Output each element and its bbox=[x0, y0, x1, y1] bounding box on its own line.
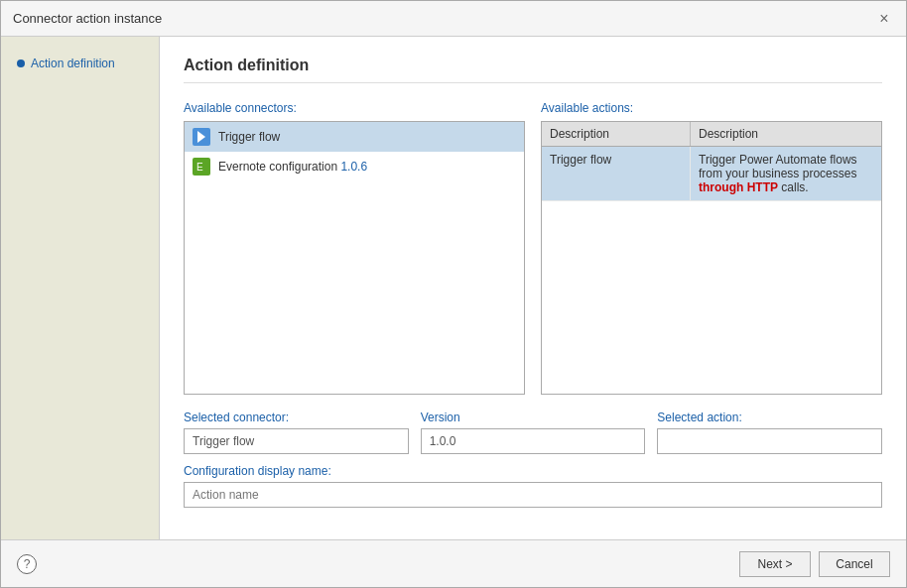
svg-text:E: E bbox=[196, 162, 203, 173]
close-button[interactable]: × bbox=[874, 9, 894, 29]
actions-label: Available actions: bbox=[541, 101, 882, 115]
sidebar-item-action-definition[interactable]: Action definition bbox=[11, 53, 149, 74]
selected-connector-input[interactable] bbox=[184, 428, 409, 454]
selected-connector-label: Selected connector: bbox=[184, 411, 409, 424]
footer-left: ? bbox=[17, 554, 37, 574]
version-group: Version bbox=[421, 411, 646, 454]
cancel-button[interactable]: Cancel bbox=[819, 551, 890, 577]
action-row-trigger-flow[interactable]: Trigger flow Trigger Power Automate flow… bbox=[542, 147, 881, 201]
sidebar-item-label: Action definition bbox=[31, 57, 115, 70]
dialog-title: Connector action instance bbox=[13, 11, 162, 26]
svg-marker-0 bbox=[197, 131, 205, 143]
connectors-panel: Available connectors: Trigger flow bbox=[184, 101, 525, 395]
action-name-cell: Trigger flow bbox=[542, 147, 691, 200]
connectors-area: Available connectors: Trigger flow bbox=[184, 101, 882, 395]
titlebar: Connector action instance × bbox=[1, 1, 906, 37]
evernote-icon: E bbox=[193, 158, 210, 176]
trigger-flow-icon bbox=[193, 128, 210, 146]
actions-panel: Available actions: Description Descripti… bbox=[541, 101, 882, 395]
fields-row-top: Selected connector: Version Selected act… bbox=[184, 411, 882, 454]
dialog-body: Action definition Action definition Avai… bbox=[1, 37, 906, 539]
action-description-cell: Trigger Power Automate flows from your b… bbox=[691, 147, 881, 200]
help-button[interactable]: ? bbox=[17, 554, 37, 574]
actions-table-header: Description Description bbox=[542, 122, 881, 147]
config-name-label: Configuration display name: bbox=[184, 464, 882, 478]
dialog-footer: ? Next > Cancel bbox=[1, 539, 906, 587]
col-header-name: Description bbox=[542, 122, 691, 146]
http-text: through HTTP bbox=[699, 180, 778, 194]
evernote-label-plain: Evernote configuration 1.0.6 bbox=[218, 160, 367, 174]
connector-item-evernote[interactable]: E Evernote configuration 1.0.6 bbox=[185, 152, 524, 181]
selected-action-input[interactable] bbox=[657, 428, 882, 454]
action-description-text: Trigger Power Automate flows from your b… bbox=[699, 153, 857, 194]
main-content: Action definition Available connectors: bbox=[160, 37, 906, 539]
col-header-description: Description bbox=[691, 122, 881, 146]
action-name-label: Trigger flow bbox=[550, 153, 611, 167]
evernote-version-link[interactable]: 1.0.6 bbox=[340, 160, 367, 174]
selected-action-label: Selected action: bbox=[657, 411, 882, 424]
actions-table: Description Description Trigger flow Tri… bbox=[541, 121, 882, 395]
selected-connector-group: Selected connector: bbox=[184, 411, 409, 454]
config-name-group: Configuration display name: bbox=[184, 464, 882, 508]
version-label: Version bbox=[421, 411, 646, 424]
connector-trigger-flow-label: Trigger flow bbox=[218, 130, 280, 144]
connector-action-dialog: Connector action instance × Action defin… bbox=[0, 0, 907, 588]
sidebar-bullet bbox=[17, 59, 25, 67]
connectors-list: Trigger flow E Evernote configuration 1.… bbox=[184, 121, 525, 395]
version-input[interactable] bbox=[421, 428, 646, 454]
connector-item-trigger-flow[interactable]: Trigger flow bbox=[185, 122, 524, 152]
section-title: Action definition bbox=[184, 57, 882, 83]
sidebar: Action definition bbox=[1, 37, 160, 539]
selected-action-group: Selected action: bbox=[657, 411, 882, 454]
config-name-input[interactable] bbox=[184, 482, 882, 508]
connectors-label: Available connectors: bbox=[184, 101, 525, 115]
next-button[interactable]: Next > bbox=[739, 551, 811, 577]
